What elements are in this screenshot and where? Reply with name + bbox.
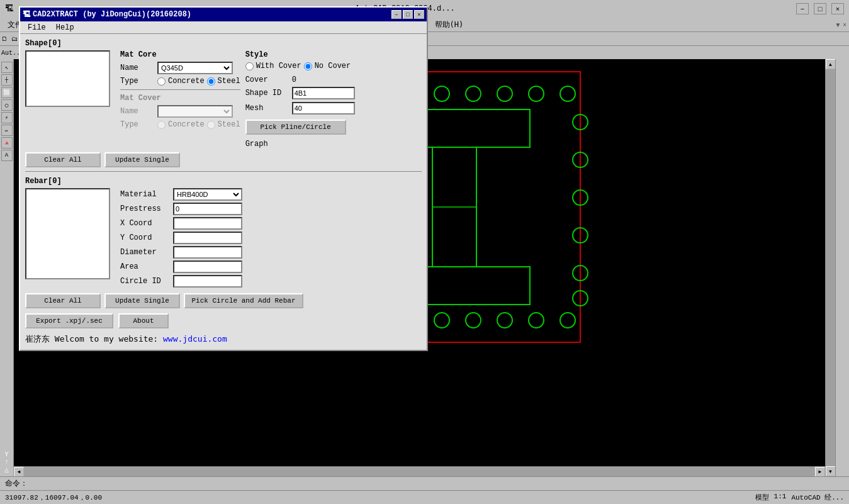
y-coord-label: Y Coord	[120, 233, 171, 242]
coords-display: 31097.82，16097.04，0.00	[5, 493, 102, 502]
command-label: 命令：	[5, 478, 28, 489]
prestress-row: Prestress	[120, 203, 242, 215]
diameter-label: Diameter	[120, 248, 171, 257]
y-coord-input[interactable]	[173, 232, 242, 244]
menu-help[interactable]: 帮助(H)	[430, 18, 469, 31]
mat-cover-name-select	[157, 105, 233, 118]
shape-id-input[interactable]	[292, 87, 355, 99]
mat-core-type-radios: Concrete Steel	[157, 77, 240, 86]
dialog-window: 🏗 CAD2XTRACT (by JiDongCui)(20160208) − …	[19, 6, 428, 351]
rebar-clear-all-button[interactable]: Clear All	[25, 293, 101, 308]
shape-section: Mat Core Name Q345D Type Concrete	[25, 50, 422, 148]
mat-cover-label: Mat Cover	[120, 94, 240, 103]
tool-7[interactable]: A	[1, 150, 13, 161]
scroll-track-h[interactable]	[24, 467, 815, 477]
area-row: Area	[120, 260, 242, 273]
export-button[interactable]: Export .xpj/.sec	[25, 313, 113, 328]
mat-core-type-label: Type	[120, 77, 155, 86]
no-cover-radio[interactable]	[304, 62, 312, 70]
mat-core-name-select[interactable]: Q345D	[157, 62, 233, 74]
separator-1	[120, 89, 240, 90]
h-scrollbar[interactable]: ◀ ▶	[14, 466, 825, 476]
dialog-icon: 🏗	[23, 10, 30, 20]
scroll-down[interactable]: ▼	[826, 466, 836, 476]
pick-pline-button[interactable]: Pick Pline/Circle	[245, 120, 346, 135]
tool-3[interactable]: ◯	[1, 99, 13, 111]
with-cover-radio[interactable]	[245, 62, 254, 70]
tool-arrow[interactable]: ↖	[1, 62, 13, 73]
area-input[interactable]	[173, 260, 242, 273]
svg-point-6	[497, 86, 512, 101]
rebar-update-single-button[interactable]: Update Single	[104, 293, 180, 308]
mat-core-name-label: Name	[120, 64, 155, 72]
prestress-input[interactable]	[173, 203, 242, 215]
cover-row: Cover 0	[245, 76, 422, 84]
mesh-input[interactable]	[292, 102, 355, 115]
export-row: Export .xpj/.sec About	[25, 313, 422, 328]
command-line: 命令：	[0, 476, 849, 490]
svg-point-8	[560, 86, 575, 101]
material-label: Material	[120, 190, 171, 199]
concrete-radio[interactable]	[157, 77, 166, 86]
steel-label: Steel	[218, 77, 240, 86]
area-label: Area	[120, 262, 171, 271]
dialog-menu: File Help	[20, 21, 427, 34]
restore-button[interactable]: □	[814, 3, 826, 14]
diameter-row: Diameter	[120, 246, 242, 259]
scroll-up[interactable]: ▲	[826, 59, 836, 69]
style-section: Style With Cover No Cover	[245, 50, 422, 70]
diameter-input[interactable]	[173, 246, 242, 259]
style-radios: With Cover No Cover	[245, 62, 422, 70]
tool-4[interactable]: ⚡	[1, 112, 13, 123]
mesh-label: Mesh	[245, 104, 290, 113]
svg-point-7	[529, 86, 544, 101]
dialog-restore[interactable]: □	[403, 10, 413, 19]
shape-section-label: Shape[0]	[25, 39, 422, 48]
status-scale: 1:1	[774, 493, 787, 502]
scroll-right-btn[interactable]: ▶	[815, 467, 825, 477]
pick-rebar-button[interactable]: Pick Circle and Add Rebar	[184, 293, 303, 308]
shape-clear-all-button[interactable]: Clear All	[25, 152, 101, 167]
mesh-row: Mesh	[245, 102, 422, 115]
rebar-fields: Material HRB400D Prestress X Coord	[120, 188, 242, 289]
material-select[interactable]: HRB400D	[173, 188, 242, 201]
dialog-menu-file[interactable]: File	[23, 22, 51, 33]
autocad-label: AutoCAD 经...	[791, 493, 844, 502]
circle-id-input[interactable]	[173, 275, 242, 288]
material-row: Material HRB400D	[120, 188, 242, 201]
scroll-left[interactable]: ◀	[14, 467, 24, 477]
mat-core-section: Mat Core Name Q345D Type Concrete	[120, 50, 240, 148]
svg-point-15	[529, 313, 544, 328]
cover-fields: Cover 0 Shape ID Mesh Pick Pline/Circle	[245, 76, 422, 135]
dialog-minimize[interactable]: −	[391, 10, 402, 19]
steel-radio[interactable]	[207, 77, 215, 86]
minimize-button[interactable]: −	[796, 3, 809, 14]
mat-core-label: Mat Core	[120, 50, 240, 59]
style-label: Style	[245, 50, 422, 59]
about-button[interactable]: About	[118, 313, 169, 328]
x-coord-input[interactable]	[173, 217, 242, 230]
scroll-track-v[interactable]	[826, 69, 836, 466]
concrete-label: Concrete	[168, 77, 205, 86]
mat-cover-type-row: Type Concrete Steel	[120, 120, 240, 129]
svg-point-13	[466, 313, 481, 328]
tool-5[interactable]: ✏	[1, 125, 13, 136]
tool-1[interactable]: ┼	[1, 74, 13, 86]
footer-link[interactable]: www.jdcui.com	[163, 334, 227, 344]
status-bar: 31097.82，16097.04，0.00 模型 1:1 AutoCAD 经.…	[0, 490, 849, 504]
model-label: 模型	[755, 493, 769, 502]
tool-6[interactable]: 🔺	[1, 137, 13, 148]
window-controls-right: ▼ ×	[835, 21, 846, 28]
tool-2[interactable]: ⬜	[1, 87, 13, 98]
dialog-title-bar: 🏗 CAD2XTRACT (by JiDongCui)(20160208) − …	[20, 8, 427, 21]
status-right: 模型 1:1 AutoCAD 经...	[755, 493, 844, 502]
shape-update-single-button[interactable]: Update Single	[104, 152, 180, 167]
close-button[interactable]: ×	[831, 3, 844, 14]
v-scrollbar[interactable]: ▲ ▼	[825, 59, 835, 476]
with-cover-label: With Cover	[256, 62, 301, 70]
dialog-menu-help[interactable]: Help	[51, 22, 79, 33]
mat-cover-radios: Concrete Steel	[157, 120, 240, 129]
cover-steel-radio	[207, 121, 215, 129]
no-cover-label: No Cover	[315, 62, 351, 70]
dialog-close[interactable]: ×	[414, 10, 424, 19]
